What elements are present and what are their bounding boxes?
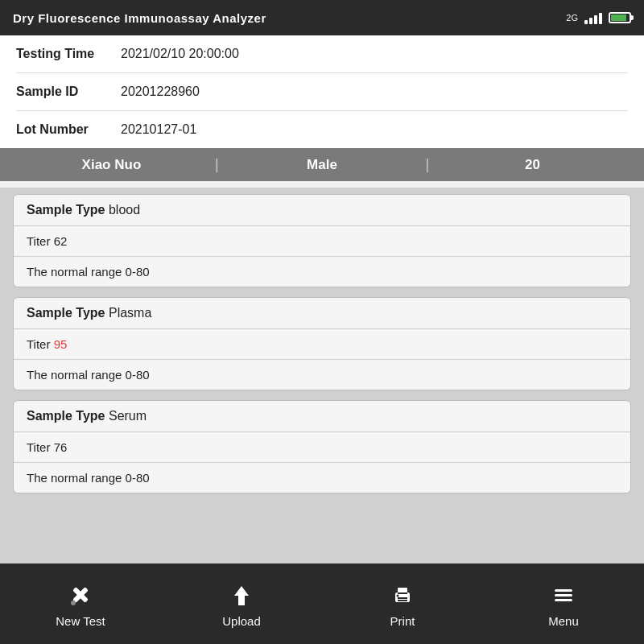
upload-button[interactable]: Upload [161, 564, 322, 644]
results-area: Sample Type bloodTiter 62The normal rang… [0, 188, 644, 564]
info-section: Testing Time 2021/02/10 20:00:00 Sample … [0, 35, 644, 148]
print-button[interactable]: Print [322, 564, 483, 644]
signal-bar-2 [589, 18, 592, 24]
sample-card-2: Sample Type SerumTiter 76The normal rang… [13, 400, 631, 493]
testing-time-value: 2021/02/10 20:00:00 [121, 47, 239, 61]
signal-bar-1 [584, 20, 588, 24]
patient-name: Xiao Nuo [16, 157, 207, 173]
titer-row-0: Titer 62 [14, 226, 630, 257]
sample-type-header-0: Sample Type blood [14, 195, 630, 226]
svg-point-2 [71, 601, 76, 605]
status-icons: 2G [566, 11, 631, 24]
print-label: Print [390, 614, 415, 628]
titer-row-1: Titer 95 [14, 329, 630, 360]
print-icon [388, 580, 417, 609]
range-row-0: The normal range 0-80 [14, 257, 630, 287]
sample-id-label: Sample ID [16, 85, 121, 99]
svg-marker-3 [234, 586, 249, 605]
upload-label: Upload [222, 614, 261, 628]
lot-number-value: 20210127-01 [121, 122, 196, 137]
range-row-2: The normal range 0-80 [14, 463, 630, 493]
svg-rect-8 [398, 600, 407, 601]
svg-rect-6 [398, 588, 407, 592]
main-content: Testing Time 2021/02/10 20:00:00 Sample … [0, 35, 644, 564]
menu-label: Menu [548, 614, 579, 628]
network-label: 2G [566, 13, 578, 23]
menu-button[interactable]: Menu [483, 564, 644, 644]
menu-icon [549, 580, 578, 609]
divider-2: | [425, 156, 429, 173]
svg-rect-13 [555, 599, 572, 601]
svg-point-10 [397, 594, 399, 597]
app-title: Dry Fluorescence Immunoassay Analyzer [13, 11, 266, 25]
svg-rect-7 [398, 597, 407, 599]
signal-bar-3 [594, 15, 597, 24]
testing-time-row: Testing Time 2021/02/10 20:00:00 [16, 35, 628, 73]
svg-rect-11 [555, 589, 572, 592]
signal-icon [584, 11, 602, 24]
sample-id-row: Sample ID 20201228960 [16, 73, 628, 111]
patient-age: 20 [437, 157, 628, 173]
range-row-1: The normal range 0-80 [14, 360, 630, 390]
sample-type-header-1: Sample Type Plasma [14, 298, 630, 329]
battery-icon [609, 12, 631, 23]
divider-1: | [215, 156, 219, 173]
upload-icon [227, 580, 256, 609]
lot-number-row: Lot Number 20210127-01 [16, 111, 628, 148]
new-test-label: New Test [56, 614, 105, 628]
sample-id-value: 20201228960 [121, 85, 200, 99]
lot-number-label: Lot Number [16, 122, 121, 137]
patient-gender: Male [227, 157, 418, 173]
new-test-icon [66, 580, 95, 609]
toolbar: New Test Upload [0, 564, 644, 644]
signal-bar-4 [599, 13, 602, 24]
screen: Dry Fluorescence Immunoassay Analyzer 2G… [0, 0, 644, 644]
new-test-button[interactable]: New Test [0, 564, 161, 644]
svg-rect-9 [398, 602, 404, 604]
testing-time-label: Testing Time [16, 47, 121, 61]
sample-card-1: Sample Type PlasmaTiter 95The normal ran… [13, 297, 631, 390]
status-bar: Dry Fluorescence Immunoassay Analyzer 2G [0, 0, 644, 35]
patient-header: Xiao Nuo | Male | 20 [0, 148, 644, 181]
battery-fill [611, 14, 626, 21]
sample-card-0: Sample Type bloodTiter 62The normal rang… [13, 194, 631, 287]
svg-rect-12 [555, 594, 572, 597]
sample-type-header-2: Sample Type Serum [14, 401, 630, 432]
titer-row-2: Titer 76 [14, 432, 630, 463]
